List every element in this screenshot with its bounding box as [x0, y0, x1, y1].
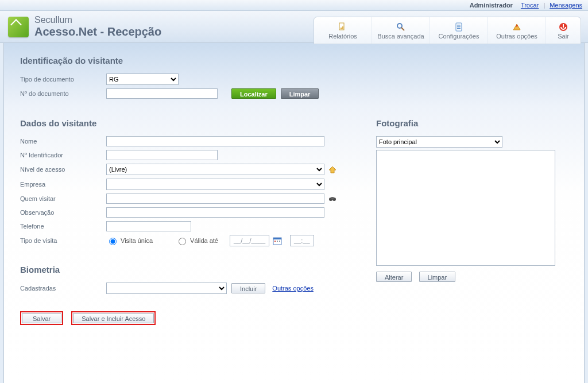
- name-input[interactable]: [106, 136, 324, 146]
- svg-rect-11: [563, 24, 564, 28]
- photo-preview: [376, 150, 555, 266]
- visit-until-radio[interactable]: Válida até: [176, 236, 218, 245]
- page-body: Identificação do visitante Tipo de docum…: [3, 43, 585, 383]
- current-user: Administrador: [470, 2, 513, 9]
- svg-rect-1: [341, 28, 342, 29]
- tab-other[interactable]: Outras opções: [488, 17, 546, 44]
- exit-icon: [558, 22, 568, 32]
- visit-until-radio-input[interactable]: [179, 238, 186, 245]
- company-label: Empresa: [20, 181, 106, 188]
- valid-until-date[interactable]: __/__/____: [230, 235, 269, 246]
- config-icon: [454, 22, 464, 32]
- save-include-highlight: Salvar e Incluir Acesso: [71, 311, 156, 325]
- tab-exit[interactable]: Sair: [546, 17, 581, 44]
- bio-registered-select[interactable]: [106, 283, 227, 294]
- section-ident-title: Identificação do visitante: [20, 56, 568, 65]
- doc-type-label: Tipo de documento: [20, 76, 106, 83]
- top-bar: Administrador Trocar | Mensagens: [0, 0, 588, 11]
- section-visitor-title: Dados do visitante: [20, 118, 342, 128]
- svg-line-4: [401, 28, 404, 30]
- tab-search-label: Busca avançada: [377, 33, 424, 40]
- header: Secullum Acesso.Net - Recepção Relatório…: [0, 11, 588, 43]
- photo-select[interactable]: Foto principal: [376, 136, 502, 148]
- binoculars-icon[interactable]: [328, 194, 337, 203]
- svg-rect-14: [331, 197, 334, 199]
- other-icon: [512, 22, 522, 32]
- svg-rect-8: [457, 28, 461, 29]
- obs-label: Observação: [20, 209, 106, 216]
- id-label: Nº Identificador: [20, 152, 106, 158]
- save-highlight: Salvar: [20, 311, 63, 325]
- svg-rect-18: [277, 241, 278, 242]
- tab-config-label: Configurações: [439, 33, 479, 40]
- svg-point-3: [397, 24, 402, 28]
- tab-other-label: Outras opções: [496, 33, 537, 40]
- photo-alter-button[interactable]: Alterar: [376, 272, 412, 282]
- bio-registered-label: Cadastradas: [20, 285, 106, 292]
- product-logo-icon: [8, 17, 29, 37]
- doc-num-label: Nº do documento: [20, 90, 106, 97]
- visit-single-radio[interactable]: Visita única: [106, 236, 153, 245]
- svg-rect-6: [457, 25, 461, 26]
- level-lookup-icon[interactable]: [328, 165, 337, 174]
- reports-icon: [338, 22, 348, 32]
- svg-rect-2: [342, 26, 343, 29]
- brand-line2: Acesso.Net - Recepção: [34, 25, 161, 38]
- visit-single-radio-input[interactable]: [109, 238, 117, 245]
- svg-rect-16: [273, 238, 281, 239]
- svg-rect-7: [457, 26, 461, 28]
- tab-reports[interactable]: Relatórios: [314, 17, 372, 44]
- svg-rect-19: [279, 241, 280, 242]
- section-photo-title: Fotografia: [376, 118, 560, 128]
- brand: Secullum Acesso.Net - Recepção: [34, 15, 161, 38]
- whom-input[interactable]: [106, 194, 324, 204]
- tab-config[interactable]: Configurações: [430, 17, 488, 44]
- bio-include-button[interactable]: Incluir: [231, 283, 265, 293]
- svg-point-9: [516, 25, 518, 26]
- section-bio-title: Biometria: [20, 265, 342, 274]
- messages-link[interactable]: Mensagens: [550, 2, 582, 9]
- save-button[interactable]: Salvar: [22, 313, 61, 323]
- name-label: Nome: [20, 138, 106, 145]
- whom-label: Quem visitar: [20, 195, 106, 202]
- doc-type-select[interactable]: RG: [106, 73, 179, 85]
- tab-exit-label: Sair: [558, 33, 569, 40]
- change-user-link[interactable]: Trocar: [521, 2, 539, 9]
- phone-input[interactable]: [106, 221, 191, 231]
- tab-search[interactable]: Busca avançada: [372, 17, 430, 44]
- find-button[interactable]: Localizar: [231, 88, 276, 99]
- photo-clear-button[interactable]: Limpar: [419, 272, 456, 282]
- separator: |: [543, 2, 545, 9]
- phone-label: Telefone: [20, 223, 106, 230]
- brand-line1: Secullum: [34, 15, 161, 25]
- level-select[interactable]: (Livre): [106, 164, 324, 175]
- tab-reports-label: Relatórios: [328, 33, 357, 40]
- clear-button[interactable]: Limpar: [281, 88, 319, 99]
- svg-rect-17: [274, 241, 276, 242]
- level-label: Nível de acesso: [20, 166, 106, 173]
- visit-type-label: Tipo de visita: [20, 237, 106, 244]
- id-input[interactable]: [106, 150, 218, 160]
- search-icon: [396, 22, 406, 32]
- doc-num-input[interactable]: [106, 88, 218, 99]
- calendar-icon[interactable]: [273, 236, 282, 245]
- obs-input[interactable]: [106, 207, 324, 218]
- valid-until-time[interactable]: __:__: [290, 235, 314, 246]
- company-select[interactable]: [106, 179, 324, 190]
- main-tabs: Relatórios Busca avançada Configurações …: [314, 17, 581, 44]
- bio-other-link[interactable]: Outras opções: [272, 285, 314, 292]
- save-include-button[interactable]: Salvar e Incluir Acesso: [73, 313, 154, 323]
